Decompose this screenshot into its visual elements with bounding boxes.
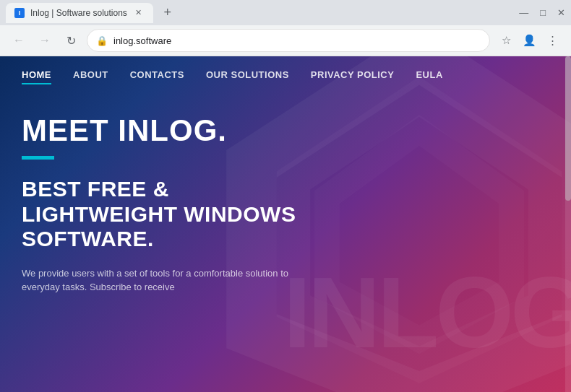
nav-item-about[interactable]: ABOUT: [73, 66, 108, 83]
nav-right-controls: ☆ 👤 ⋮: [496, 30, 562, 51]
hero-content: MEET INLOG. BEST FREE &LIGHTWEIGHT WINDO…: [22, 114, 325, 295]
nav-item-contacts[interactable]: CONTACTS: [130, 66, 184, 83]
bookmark-button[interactable]: ☆: [496, 30, 516, 51]
back-button[interactable]: ←: [9, 30, 29, 51]
tab-favicon: I: [14, 8, 25, 18]
hero-accent-line: [22, 156, 54, 160]
hero-subtitle: BEST FREE &LIGHTWEIGHT WINDOWSSOFTWARE.: [22, 177, 325, 252]
browser-tab[interactable]: I Inlog | Software solutions ✕: [6, 3, 153, 23]
website-content: HOME ABOUT CONTACTS OUR SOLUTIONS PRIVAC…: [0, 56, 571, 392]
hero-title: MEET INLOG.: [22, 114, 325, 147]
bookmark-icon: ☆: [502, 34, 511, 47]
tab-title: Inlog | Software solutions: [30, 8, 127, 18]
nav-items: HOME ABOUT CONTACTS OUR SOLUTIONS PRIVAC…: [22, 66, 443, 83]
refresh-icon: ↻: [66, 34, 76, 48]
browser-chrome: I Inlog | Software solutions ✕ + — □ ✕ ←…: [0, 0, 571, 56]
window-controls: — □ ✕: [519, 7, 565, 18]
title-bar-left: I Inlog | Software solutions ✕ +: [6, 3, 178, 23]
refresh-button[interactable]: ↻: [61, 30, 81, 51]
maximize-button[interactable]: □: [540, 7, 546, 18]
forward-icon: →: [39, 34, 51, 47]
profile-button[interactable]: 👤: [519, 30, 539, 51]
nav-item-eula[interactable]: EULA: [416, 66, 442, 83]
nav-item-home[interactable]: HOME: [22, 66, 51, 83]
minimize-button[interactable]: —: [519, 7, 528, 18]
new-tab-button[interactable]: +: [158, 3, 178, 23]
profile-icon: 👤: [523, 34, 536, 47]
close-button[interactable]: ✕: [557, 7, 565, 18]
lock-icon: 🔒: [96, 35, 108, 46]
address-text: inlog.software: [113, 35, 481, 46]
nav-bar: ← → ↻ 🔒 inlog.software ☆ 👤 ⋮: [0, 25, 571, 56]
title-bar: I Inlog | Software solutions ✕ + — □ ✕: [0, 0, 571, 25]
hero-section: HOME ABOUT CONTACTS OUR SOLUTIONS PRIVAC…: [0, 56, 571, 392]
site-navigation: HOME ABOUT CONTACTS OUR SOLUTIONS PRIVAC…: [0, 56, 571, 92]
more-button[interactable]: ⋮: [542, 30, 562, 51]
nav-item-privacy[interactable]: PRIVACY POLICY: [311, 66, 395, 83]
background-logo: INLOG: [283, 254, 571, 371]
address-bar[interactable]: 🔒 inlog.software: [87, 29, 490, 52]
more-icon: ⋮: [547, 34, 558, 47]
scrollbar[interactable]: [565, 56, 571, 392]
back-icon: ←: [13, 34, 25, 47]
tab-close-button[interactable]: ✕: [133, 7, 145, 19]
favicon-letter: I: [19, 9, 21, 17]
forward-button[interactable]: →: [35, 30, 55, 51]
nav-item-solutions[interactable]: OUR SOLUTIONS: [206, 66, 289, 83]
hero-description: We provide users with a set of tools for…: [22, 266, 325, 295]
